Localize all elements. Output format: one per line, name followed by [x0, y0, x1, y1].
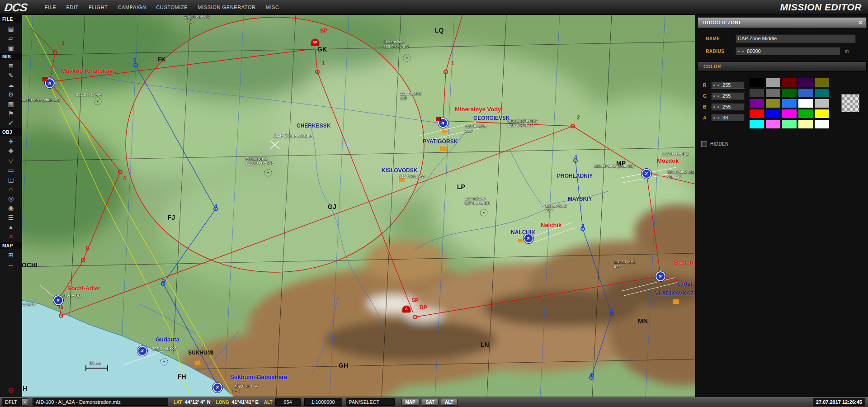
briefing-icon[interactable]: ≣: [5, 62, 17, 70]
airfield-icon[interactable]: ✈: [642, 169, 651, 179]
palette-swatch[interactable]: [798, 88, 813, 98]
waypoint-ring[interactable]: [133, 63, 138, 67]
airfield-icon[interactable]: ✈: [656, 271, 665, 281]
palette-swatch[interactable]: [814, 109, 830, 118]
unit-list-icon[interactable]: ☰: [5, 213, 17, 222]
options-icon[interactable]: ⚙: [5, 90, 17, 99]
weather-icon[interactable]: ☁: [5, 80, 17, 89]
stepper-right-icon[interactable]: ▸: [741, 49, 746, 53]
chevron-down-icon[interactable]: ▾: [22, 398, 28, 406]
channel-stepper-g[interactable]: ◂▸255: [711, 92, 745, 99]
stepper-left-icon[interactable]: ◂: [736, 49, 741, 53]
save-mission-icon[interactable]: ▣: [5, 43, 17, 52]
palette-swatch[interactable]: [782, 99, 797, 108]
palette-swatch[interactable]: [782, 78, 797, 87]
waypoint-ring[interactable]: [609, 312, 614, 316]
aircraft-group-icon[interactable]: ✈: [5, 137, 17, 146]
waypoint-ring[interactable]: [315, 70, 320, 74]
view-button-sat[interactable]: SAT: [422, 399, 439, 406]
static-object-icon[interactable]: ◫: [5, 175, 17, 184]
airfield-icon[interactable]: ✈: [53, 295, 63, 305]
waypoint-ring[interactable]: [571, 124, 575, 128]
waypoint-ring[interactable]: [573, 158, 578, 163]
menu-edit[interactable]: EDIT: [61, 0, 83, 14]
ruler-icon[interactable]: ↔: [5, 260, 17, 269]
waypoint-ring[interactable]: [161, 281, 165, 286]
airfield-icon[interactable]: ✈: [137, 346, 147, 356]
waypoint-ring[interactable]: [81, 258, 85, 262]
goals-icon[interactable]: ⚑: [5, 109, 17, 118]
cursor-mode[interactable]: PAN/SELECT: [346, 398, 395, 406]
map-scale[interactable]: 1:1000000: [304, 398, 342, 406]
ship-group-icon[interactable]: ▽: [5, 156, 17, 165]
palette-swatch[interactable]: [814, 119, 830, 129]
palette-swatch[interactable]: [814, 78, 830, 87]
waypoint-ring[interactable]: [580, 227, 585, 231]
delete-object-icon[interactable]: ✕: [5, 232, 17, 241]
view-button-alt[interactable]: ALT: [441, 399, 458, 406]
stepper-left-icon[interactable]: ◂: [712, 83, 717, 87]
palette-swatch[interactable]: [749, 109, 764, 118]
menu-file[interactable]: FILE: [40, 0, 61, 14]
description-icon[interactable]: ✎: [5, 71, 17, 80]
palette-swatch[interactable]: [765, 78, 781, 87]
channel-stepper-b[interactable]: ◂▸255: [711, 103, 745, 110]
stepper-right-icon[interactable]: ▸: [717, 94, 722, 98]
transparency-swatch[interactable]: [841, 94, 859, 112]
palette-swatch[interactable]: [782, 109, 797, 118]
close-icon[interactable]: ✕: [855, 20, 866, 26]
new-mission-icon[interactable]: ▤: [5, 24, 17, 33]
stepper-right-icon[interactable]: ▸: [717, 83, 722, 87]
stepper-left-icon[interactable]: ◂: [712, 115, 717, 120]
validate-mission-icon[interactable]: ✔: [5, 118, 17, 127]
map-grid-icon[interactable]: ⊞: [5, 251, 17, 259]
radius-stepper[interactable]: ◂ ▸ 80000: [736, 47, 840, 55]
stepper-right-icon[interactable]: ▸: [717, 104, 722, 109]
menu-campaign[interactable]: CAMPAIGN: [113, 0, 151, 14]
palette-swatch[interactable]: [765, 109, 781, 118]
helicopter-group-icon[interactable]: ✚: [5, 147, 17, 155]
palette-swatch[interactable]: [765, 119, 781, 129]
hidden-checkbox[interactable]: [701, 141, 707, 147]
palette-swatch[interactable]: [749, 99, 764, 108]
palette-swatch[interactable]: [798, 109, 813, 118]
waypoint-ring[interactable]: [53, 50, 57, 55]
airfield-icon[interactable]: ✈: [438, 118, 448, 128]
waypoint-ring[interactable]: [118, 170, 123, 174]
palette-swatch[interactable]: [814, 99, 830, 108]
palette-swatch[interactable]: [798, 99, 813, 108]
layer-select[interactable]: DFLT ▾: [2, 398, 28, 406]
stepper-left-icon[interactable]: ◂: [712, 104, 717, 109]
stepper-left-icon[interactable]: ◂: [712, 94, 717, 98]
airfield-icon[interactable]: ✈: [524, 233, 533, 243]
palette-swatch[interactable]: [782, 119, 797, 129]
start-point-icon[interactable]: A: [402, 306, 410, 312]
stepper-right-icon[interactable]: ▸: [717, 115, 722, 120]
menu-mission-generator[interactable]: MISSION GENERATOR: [193, 0, 260, 14]
airfield-icon[interactable]: ✈: [45, 78, 55, 88]
palette-swatch[interactable]: [749, 119, 764, 129]
palette-swatch[interactable]: [798, 78, 813, 87]
waypoint-ring[interactable]: [213, 207, 218, 211]
waypoint-ring[interactable]: [589, 375, 594, 380]
waypoint-ring[interactable]: [59, 313, 63, 318]
palette-swatch[interactable]: [749, 78, 764, 87]
shapes-icon[interactable]: ▲: [5, 222, 17, 231]
palette-swatch[interactable]: [814, 88, 830, 98]
palette-swatch[interactable]: [765, 99, 781, 108]
view-button-map[interactable]: MAP: [401, 399, 420, 406]
zone-name-input[interactable]: [736, 34, 856, 43]
waypoint-ring[interactable]: [413, 315, 417, 319]
waypoint-ring[interactable]: [443, 70, 448, 74]
menu-misc[interactable]: MISC: [261, 0, 284, 14]
palette-swatch[interactable]: [798, 119, 813, 129]
start-point-icon[interactable]: W: [311, 39, 319, 46]
vehicle-group-icon[interactable]: ▭: [5, 166, 17, 174]
open-mission-icon[interactable]: ▱: [5, 33, 17, 42]
airfield-icon[interactable]: ✈: [212, 383, 222, 393]
menu-flight[interactable]: FLIGHT: [84, 0, 113, 14]
palette-swatch[interactable]: [782, 88, 797, 98]
channel-stepper-r[interactable]: ◂▸255: [711, 81, 745, 89]
palette-swatch[interactable]: [765, 88, 781, 98]
menu-customize[interactable]: CUSTOMIZE: [151, 0, 193, 14]
